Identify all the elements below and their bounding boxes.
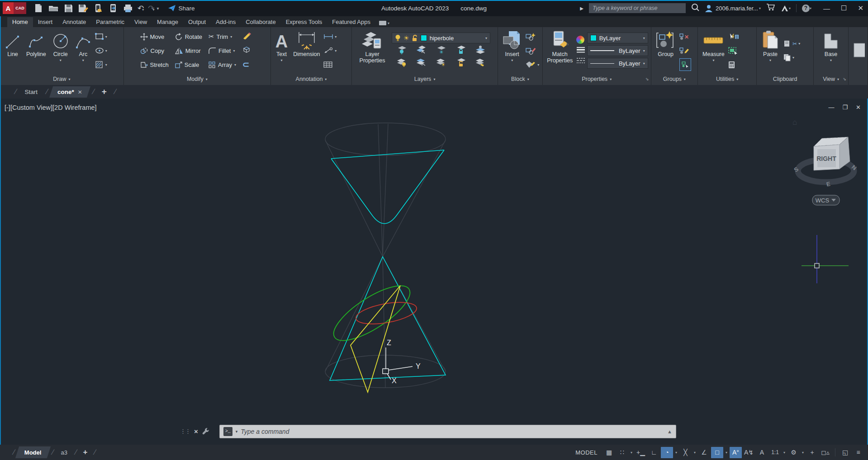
annotation-monitor-toggle[interactable]: + [806,447,818,458]
measure-dropdown-icon[interactable]: ▾ [712,58,714,62]
search-expand-icon[interactable]: ▶ [580,6,583,11]
hatch-tool[interactable]: ▾ [95,58,107,71]
tab-insert[interactable]: Insert [33,17,58,27]
quick-select-tool[interactable] [728,30,739,43]
search-icon[interactable] [691,3,699,13]
arc-button[interactable]: Arc ▾ [73,28,93,73]
panel-label-draw[interactable]: Draw▾ [0,73,123,85]
wcs-menu[interactable]: WCS [812,195,840,205]
object-color-icon[interactable] [576,36,584,44]
table-tool[interactable] [323,58,337,71]
clean-screen-button[interactable]: ◱ [839,447,851,458]
dynamic-input-toggle[interactable]: +▁ [635,447,647,458]
viewcube-face-label[interactable]: RIGHT [816,155,836,162]
arc-dropdown-icon[interactable]: ▾ [82,58,84,62]
leader-tool[interactable]: ▾ [323,44,337,57]
recent-commands-icon[interactable]: ▾ [236,429,238,434]
paste-dropdown-icon[interactable]: ▾ [769,58,771,62]
undo-button[interactable]: ↶▾ [138,4,144,13]
insert-dropdown-icon[interactable]: ▾ [511,58,513,62]
edit-block-tool[interactable] [525,44,539,57]
quick-calculator-tool[interactable] [728,58,739,71]
command-customize-wrench-icon[interactable] [202,427,210,435]
rotate-button[interactable]: Rotate [175,30,202,44]
share-button[interactable]: Share [168,5,195,12]
model-space-drawing[interactable]: Z Y X ⌂ RIGHT S N E WCS [0,99,868,445]
tab-add-ins[interactable]: Add-ins [211,17,241,27]
cut-tool[interactable]: ✂▾ [783,38,800,50]
fillet-button[interactable]: Fillet▾ [209,44,236,58]
save-to-web-icon[interactable] [108,3,119,14]
layer-lock-tool[interactable] [455,45,466,56]
panel-label-utilities[interactable]: Utilities▾ [698,73,756,85]
snap-dropdown-icon[interactable]: ▾ [629,451,634,455]
insert-button[interactable]: Insert ▾ [501,28,523,73]
dialog-launcher-icon[interactable]: ⇘ [645,77,649,81]
viewcube-home-icon[interactable]: ⌂ [792,118,797,127]
layer-thaw-all-tool[interactable]: ☀ [436,58,446,69]
tab-cone-drawing[interactable]: cone* ✕ [49,86,90,98]
polar-tracking-toggle[interactable]: ◔ [661,447,673,458]
tab-express-tools[interactable]: Express Tools [281,17,327,27]
group-button[interactable]: Group [654,28,678,73]
isometric-drafting-toggle[interactable]: ╳ [679,447,692,458]
create-block-tool[interactable] [525,30,539,43]
scale-dropdown-icon[interactable]: ▾ [782,451,787,455]
search-input[interactable]: Type a keyword or phrase [589,3,686,13]
new-drawing-button[interactable]: + [98,87,110,97]
select-similar-tool[interactable] [728,44,739,57]
annotation-scale-icon[interactable]: A [756,447,768,458]
object-snap-toggle[interactable]: □ [711,447,723,458]
dialog-launcher-icon[interactable]: ⇘ [843,77,846,81]
workspace-dropdown-icon[interactable]: ▾ [801,451,805,455]
tab-featured-apps[interactable]: Featured Apps [327,17,375,27]
tab-parametric[interactable]: Parametric [91,17,129,27]
open-from-web-icon[interactable] [93,3,104,14]
model-tab[interactable]: Model [15,446,51,458]
linear-dimension-tool[interactable]: ▾ [323,30,337,43]
tab-output[interactable]: Output [183,17,211,27]
tab-view[interactable]: View [129,17,152,27]
scale-button[interactable]: 1:1 [769,447,781,458]
panel-label-block[interactable]: Block▾ [498,73,542,85]
ungroup-tool[interactable]: ✕ [679,30,691,43]
panel-label-clipboard[interactable]: Clipboard [757,73,813,85]
group-edit-tool[interactable] [679,44,691,57]
mirror-button[interactable]: Mirror [175,44,202,58]
command-history-icon[interactable]: ▲ [667,429,672,434]
layer-unlock-tool[interactable] [455,58,466,69]
isolate-objects-button[interactable]: ◻▵ [819,447,831,458]
offset-button[interactable]: ⊂ [242,60,254,70]
tab-annotate[interactable]: Annotate [57,17,91,27]
autodesk-logo-menu[interactable]: ▾ [781,5,791,12]
stretch-button[interactable]: Stretch [140,58,169,72]
open-folder-icon[interactable] [48,3,59,14]
linetype-icon[interactable] [576,57,585,66]
erase-button[interactable] [242,32,254,41]
measure-button[interactable]: Measure ▾ [701,28,726,73]
workspace-gear-icon[interactable]: ⚙ [787,447,800,458]
dimension-button[interactable]: Dimension [291,28,322,73]
text-dropdown-icon[interactable]: ▾ [281,58,283,62]
redo-dropdown-icon[interactable]: ▾ [153,8,155,12]
close-tab-icon[interactable]: ✕ [78,89,82,95]
save-icon[interactable] [63,3,74,14]
layer-match-tool[interactable] [416,58,427,69]
autocad-app-button[interactable]: ACAD [3,2,26,14]
layer-change-tool[interactable] [475,58,486,69]
circle-button[interactable]: Circle ▾ [50,28,71,73]
close-button[interactable]: ✕ [858,4,863,12]
copy-clip-tool[interactable]: ▾ [783,52,800,64]
tab-collaborate[interactable]: Collaborate [241,17,281,27]
match-properties-button[interactable]: Match Properties [545,28,574,73]
copy-button[interactable]: Copy [140,44,169,58]
panel-label-properties[interactable]: Properties▾⇘ [543,73,651,85]
group-selection-toggle[interactable] [679,58,691,71]
command-input[interactable]: >_ ▾ Type a command ▲ [219,425,676,438]
move-button[interactable]: Move [140,30,169,44]
circle-dropdown-icon[interactable]: ▾ [60,58,62,62]
lineweight-icon[interactable] [576,47,585,55]
help-menu[interactable]: ? ▾ [802,5,811,12]
text-button[interactable]: A Text ▾ [274,28,289,73]
viewcube[interactable]: ⌂ RIGHT S N E WCS [792,118,858,205]
